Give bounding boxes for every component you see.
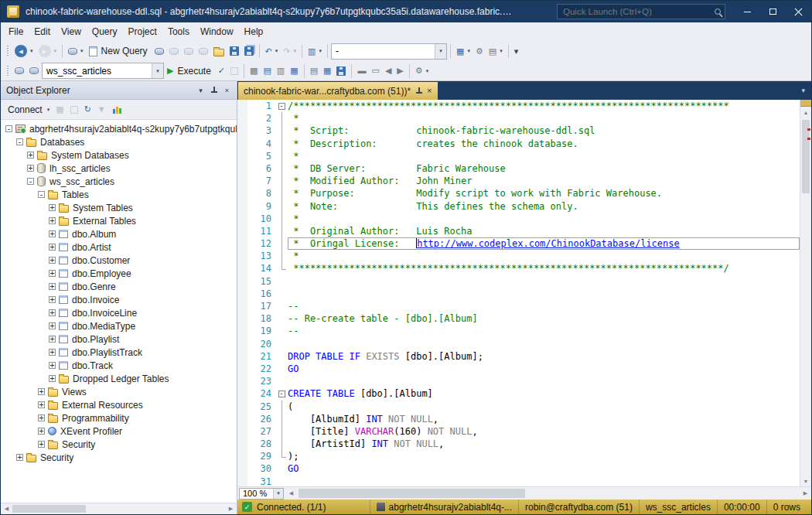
- uncomment-icon[interactable]: ▭: [369, 63, 381, 80]
- tree-item[interactable]: +Views: [4, 385, 237, 398]
- tree-item[interactable]: +External Resources: [4, 398, 237, 411]
- tree-expand-toggle[interactable]: +: [16, 454, 23, 461]
- tree-item[interactable]: -Tables: [4, 188, 237, 201]
- pin-panel-button[interactable]: [207, 84, 220, 97]
- tree-item[interactable]: +External Tables: [4, 214, 237, 227]
- script-action-dropdown[interactable]: ▥▾: [305, 43, 324, 60]
- tree-expand-toggle[interactable]: -: [16, 138, 23, 145]
- disconnect-icon[interactable]: ▦: [53, 101, 66, 118]
- tree-item[interactable]: +dbo.InvoiceLine: [4, 306, 237, 319]
- code-line[interactable]: 5 *: [237, 150, 800, 162]
- increase-indent-icon[interactable]: ▶: [394, 63, 405, 80]
- tree-expand-toggle[interactable]: -: [27, 178, 34, 185]
- tree-item[interactable]: -ws_ssc_articles: [4, 175, 237, 188]
- tree-item[interactable]: +Security: [4, 451, 237, 464]
- change-connection-icon[interactable]: [27, 63, 41, 80]
- menu-file[interactable]: File: [3, 24, 29, 39]
- tree-item[interactable]: +dbo.Playlist: [4, 333, 237, 346]
- code-line[interactable]: 17--: [237, 300, 800, 312]
- redo-button[interactable]: ↷▾: [281, 43, 299, 60]
- connect-database-icon[interactable]: [12, 63, 26, 80]
- code-line[interactable]: 4 * Description: creates the chinook dat…: [237, 138, 800, 150]
- tree-item[interactable]: +dbo.Genre: [4, 280, 237, 293]
- code-lines[interactable]: 1-/*************************************…: [237, 100, 800, 486]
- code-line[interactable]: 18-- Re-create table - [dbo].[Album]: [237, 312, 800, 325]
- tree-expand-toggle[interactable]: +: [49, 309, 56, 316]
- new-database-engine-query-icon[interactable]: [152, 43, 166, 60]
- save-button[interactable]: [227, 43, 241, 60]
- tree-expand-toggle[interactable]: +: [38, 428, 45, 435]
- properties-gear-icon[interactable]: ⚙: [473, 43, 486, 60]
- tree-item[interactable]: +Dropped Ledger Tables: [4, 372, 237, 385]
- scroll-left-icon[interactable]: ◀: [285, 487, 297, 500]
- scroll-right-icon[interactable]: ▶: [225, 503, 237, 514]
- code-line[interactable]: 30GO: [237, 462, 800, 475]
- code-line[interactable]: 3 * Script: chinook-fabric-warehouse-ddl…: [237, 124, 800, 137]
- tab-list-chevron-icon[interactable]: ▾: [795, 87, 811, 94]
- fold-toggle[interactable]: -: [278, 103, 285, 110]
- close-panel-button[interactable]: ×: [220, 84, 234, 97]
- code-line[interactable]: 28 [ArtistId] INT NOT NULL,: [237, 438, 800, 450]
- menu-edit[interactable]: Edit: [29, 24, 56, 39]
- code-line[interactable]: 25(: [237, 401, 800, 413]
- tree-item[interactable]: +System Tables: [4, 201, 237, 214]
- tree-item[interactable]: +Programmability: [4, 411, 237, 425]
- close-button[interactable]: [786, 1, 811, 22]
- maximize-button[interactable]: [760, 1, 786, 22]
- tree-expand-toggle[interactable]: +: [49, 349, 56, 356]
- tree-item[interactable]: +System Databases: [4, 148, 237, 162]
- tree-item[interactable]: +dbo.Employee: [4, 267, 237, 280]
- scroll-down-icon[interactable]: ▼: [800, 476, 811, 486]
- tree-expand-toggle[interactable]: +: [49, 375, 56, 382]
- tree-item[interactable]: +dbo.Invoice: [4, 293, 237, 306]
- tree-expand-toggle[interactable]: -: [5, 125, 12, 132]
- tree-item[interactable]: -Databases: [4, 135, 237, 148]
- editor-hscroll-track[interactable]: [297, 487, 800, 500]
- code-line[interactable]: 2 *: [237, 112, 800, 124]
- tree-item[interactable]: +dbo.PlaylistTrack: [4, 346, 237, 359]
- tab-close-icon[interactable]: ×: [427, 87, 432, 95]
- hscroll-thumb[interactable]: [12, 505, 86, 513]
- editor-hscroll-thumb[interactable]: [299, 489, 525, 498]
- code-line[interactable]: 14 *************************************…: [237, 262, 800, 275]
- toolbar-combo[interactable]: -▾: [331, 43, 447, 60]
- hscroll-track[interactable]: [12, 503, 225, 514]
- activity-monitor-icon[interactable]: [110, 101, 124, 118]
- tree-expand-toggle[interactable]: +: [49, 257, 56, 264]
- cancel-query-button[interactable]: [228, 63, 241, 80]
- decrease-indent-icon[interactable]: ◀: [383, 63, 394, 80]
- zoom-combo[interactable]: 100 % ▾: [239, 488, 284, 500]
- tree-expand-toggle[interactable]: +: [49, 296, 56, 303]
- tree-item[interactable]: +lh_ssc_articles: [4, 162, 237, 175]
- code-line[interactable]: 16: [237, 288, 800, 300]
- open-file-button[interactable]: [211, 43, 227, 60]
- scroll-left-icon[interactable]: ◀: [1, 503, 12, 514]
- editor-vscrollbar[interactable]: ▲ ▼: [800, 100, 811, 486]
- execute-button[interactable]: ▶Execute: [165, 63, 215, 80]
- tree-item[interactable]: +dbo.Track: [4, 359, 237, 372]
- toolbar-overflow-chevron[interactable]: ▾: [512, 43, 521, 60]
- tree-item[interactable]: +XEvent Profiler: [4, 425, 237, 438]
- code-line[interactable]: 23: [237, 375, 800, 387]
- available-databases-combo-dropdown-icon[interactable]: ▾: [152, 63, 163, 78]
- tree-expand-toggle[interactable]: +: [38, 414, 45, 421]
- code-line[interactable]: 22GO: [237, 363, 800, 375]
- results-to-text-icon[interactable]: ▤: [308, 63, 320, 80]
- tree-expand-toggle[interactable]: +: [49, 217, 56, 224]
- tree-expand-toggle[interactable]: +: [49, 244, 56, 251]
- tree-expand-toggle[interactable]: +: [49, 336, 56, 343]
- tree-expand-toggle[interactable]: +: [49, 322, 56, 329]
- quick-launch-input[interactable]: [561, 6, 711, 17]
- zoom-dropdown-icon[interactable]: ▾: [273, 489, 283, 499]
- code-line[interactable]: 19--: [237, 325, 800, 337]
- sqlcmd-mode-icon[interactable]: ▩: [247, 63, 260, 80]
- menu-project[interactable]: Project: [123, 24, 162, 39]
- code-line[interactable]: 6 * DB Server: Fabric Warehouse: [237, 162, 800, 175]
- results-to-grid-icon[interactable]: ▦: [321, 63, 333, 80]
- connect-button[interactable]: Connect▾: [4, 101, 52, 118]
- table-designer-icon[interactable]: ▦▾: [454, 43, 473, 60]
- intellisense-icon[interactable]: ▦: [288, 63, 300, 80]
- code-line[interactable]: 31: [237, 476, 800, 486]
- code-line[interactable]: 27 [Title] VARCHAR(160) NOT NULL,: [237, 425, 800, 438]
- code-editor[interactable]: 1-/*************************************…: [237, 100, 811, 486]
